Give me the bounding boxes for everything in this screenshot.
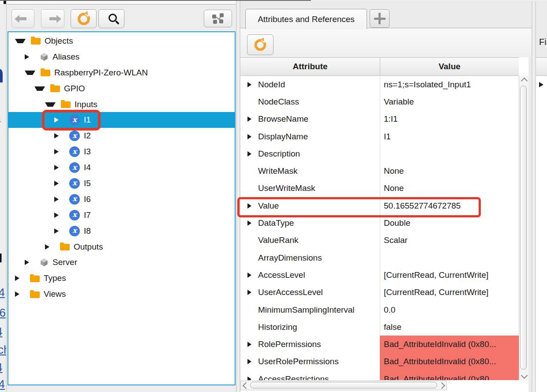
column-header-attribute[interactable]: Attribute — [240, 58, 380, 75]
back-button[interactable] — [11, 9, 34, 28]
search-button[interactable] — [98, 9, 124, 28]
back-arrow-icon — [19, 17, 26, 20]
folder-icon — [30, 276, 40, 282]
scroll-left-arrow[interactable] — [242, 381, 250, 390]
attribute-row-userrolepermissions[interactable]: UserRolePermissions Bad_AttributeIdInval… — [240, 353, 519, 370]
tree-item-i2[interactable]: I2 — [8, 128, 235, 144]
expand-expander-icon[interactable] — [45, 244, 54, 250]
vertical-scrollbar-thumb[interactable] — [520, 86, 527, 370]
clipped-link-fragment: 54 — [0, 286, 5, 299]
scroll-right-arrow[interactable] — [438, 381, 446, 390]
attribute-row-userwritemask[interactable]: UserWriteMask None — [240, 180, 519, 197]
expand-expander-icon[interactable] — [247, 134, 251, 139]
attribute-row-browsename[interactable]: BrowseName 1:I1 — [240, 111, 519, 128]
tree-item-raspberrypi-zero-wlan[interactable]: RaspberryPI-Zero-WLAN — [8, 65, 235, 81]
refresh-button[interactable] — [71, 9, 97, 28]
tab-attributes-and-references[interactable]: Attributes and References — [245, 9, 367, 29]
annotation-box-value-row — [237, 197, 481, 217]
expand-expander-icon[interactable] — [247, 290, 251, 295]
tree-item-objects[interactable]: Objects — [8, 33, 235, 49]
attribute-row-accesslevel[interactable]: AccessLevel [CurrentRead, CurrentWrite] — [240, 266, 519, 284]
collapse-expander-icon[interactable] — [34, 86, 45, 91]
expand-expander-icon[interactable] — [15, 276, 24, 281]
folder-icon — [30, 291, 40, 298]
collapse-expander-icon[interactable] — [25, 71, 35, 75]
expand-expander-icon[interactable] — [54, 213, 63, 218]
horizontal-scrollbar[interactable] — [240, 381, 447, 390]
expand-expander-icon[interactable] — [247, 151, 251, 157]
address-space-panel: Objects Aliases RaspberryPI-Zero-WLAN — [6, 4, 236, 392]
horizontal-scrollbar-thumb[interactable] — [250, 382, 437, 388]
expand-expander-icon[interactable] — [247, 273, 251, 278]
scroll-up-arrow[interactable] — [519, 77, 528, 85]
search-icon — [109, 14, 117, 22]
attribute-row-writemask[interactable]: WriteMask None — [240, 162, 519, 179]
tree-item-i4[interactable]: I4 — [8, 160, 235, 175]
attribute-row-rolepermissions[interactable]: RolePermissions Bad_AttributeIdInvalid (… — [240, 336, 519, 353]
attribute-row-valuerank[interactable]: ValueRank Scalar — [240, 232, 519, 249]
expand-expander-icon[interactable] — [247, 116, 251, 122]
variable-icon — [69, 226, 80, 236]
expand-expander-icon[interactable] — [15, 291, 24, 297]
expand-expander-icon[interactable] — [25, 260, 34, 265]
folder-icon — [31, 38, 41, 45]
side-panel-body — [536, 76, 547, 392]
panel-splitter[interactable] — [532, 1, 536, 392]
tree-item-server[interactable]: Server — [8, 254, 235, 270]
expand-expander-icon[interactable] — [54, 165, 63, 170]
expand-expander-icon[interactable] — [54, 149, 63, 154]
attribute-row-arraydimensions[interactable]: ArrayDimensions — [240, 249, 519, 266]
expand-expander-icon[interactable] — [54, 133, 63, 138]
tree-item-types[interactable]: Types — [8, 270, 235, 286]
tree-item-label: Outputs — [74, 242, 103, 252]
clipped-link-fragment: ch — [0, 343, 6, 357]
attribute-row-nodeclass[interactable]: NodeClass Variable — [240, 93, 519, 110]
attribute-row-minimumsamplinginterval[interactable]: MinimumSamplingInterval 0.0 — [240, 301, 519, 318]
refresh-icon — [255, 39, 266, 51]
expand-expander-icon[interactable] — [539, 82, 543, 87]
tree-item-label: I8 — [84, 226, 91, 236]
attribute-row-historizing[interactable]: Historizing false — [240, 318, 519, 336]
expand-expander-icon[interactable] — [247, 377, 251, 380]
node-graph-button[interactable] — [204, 10, 232, 27]
tree-item-inputs[interactable]: Inputs — [8, 97, 235, 112]
tree-item-i6[interactable]: I6 — [8, 191, 235, 207]
tree-item-i5[interactable]: I5 — [8, 175, 235, 191]
add-tab-button[interactable] — [370, 9, 390, 28]
expand-expander-icon[interactable] — [25, 54, 34, 60]
side-panel-header — [536, 57, 547, 76]
expand-expander-icon[interactable] — [54, 228, 63, 234]
vertical-scrollbar[interactable] — [519, 76, 528, 380]
column-header-value[interactable]: Value — [380, 58, 519, 75]
attribute-row-displayname[interactable]: DisplayName I1 — [240, 128, 519, 145]
refresh-attributes-button[interactable] — [247, 34, 274, 55]
expand-expander-icon[interactable] — [247, 220, 251, 226]
error-status-cell: Bad_AttributeIdInvalid (0x80 — [380, 370, 519, 380]
attribute-row-nodeid[interactable]: NodeId ns=1;s=Isolated_Input1 — [240, 76, 519, 93]
address-space-tree[interactable]: Objects Aliases RaspberryPI-Zero-WLAN — [7, 31, 236, 385]
tree-item-outputs[interactable]: Outputs — [8, 239, 235, 255]
expand-expander-icon[interactable] — [247, 82, 251, 87]
tree-item-gpio[interactable]: GPIO — [8, 81, 235, 97]
tree-item-i7[interactable]: I7 — [8, 207, 235, 223]
tree-item-label: Server — [52, 258, 77, 267]
collapse-expander-icon[interactable] — [15, 39, 26, 43]
forward-button[interactable] — [41, 9, 64, 28]
tree-item-views[interactable]: Views — [8, 286, 235, 302]
tree-item-i3[interactable]: I3 — [8, 144, 235, 160]
tree-item-label: I2 — [84, 131, 91, 141]
tree-item-i8[interactable]: I8 — [8, 223, 235, 239]
scroll-down-arrow[interactable] — [519, 371, 528, 379]
attributes-table: Attribute Value NodeId ns=1;s=Isolated_I… — [240, 57, 528, 392]
attribute-row-accessrestrictions[interactable]: AccessRestrictions Bad_AttributeIdInvali… — [240, 370, 519, 380]
expand-expander-icon[interactable] — [54, 181, 63, 186]
tree-item-aliases[interactable]: Aliases — [8, 49, 235, 65]
attribute-row-description[interactable]: Description — [240, 145, 519, 162]
attribute-row-useraccesslevel[interactable]: UserAccessLevel [CurrentRead, CurrentWri… — [240, 284, 519, 301]
expand-expander-icon[interactable] — [247, 359, 251, 364]
tree-item-label: Inputs — [75, 100, 97, 109]
collapse-expander-icon[interactable] — [45, 102, 56, 107]
expand-expander-icon[interactable] — [247, 342, 251, 347]
panel-splitter[interactable] — [236, 1, 240, 392]
expand-expander-icon[interactable] — [54, 197, 63, 202]
